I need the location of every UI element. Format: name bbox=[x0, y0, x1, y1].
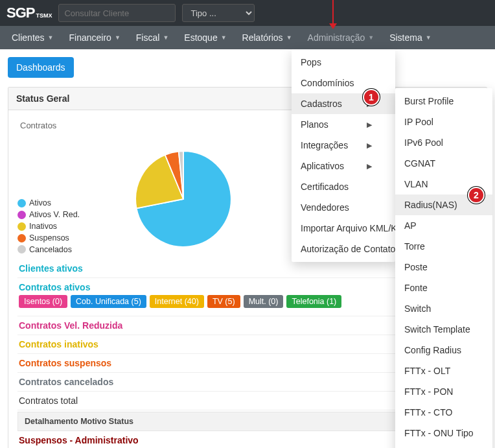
menu-fiscal[interactable]: Fiscal▼ bbox=[128, 26, 176, 49]
chevron-right-icon: ▶ bbox=[367, 121, 372, 129]
dashboards-button[interactable]: Dashboards bbox=[8, 57, 74, 78]
admin-item[interactable]: Autorização de Contato bbox=[292, 239, 395, 259]
chevron-right-icon: ▶ bbox=[367, 162, 372, 171]
admin-dropdown: PopsCondomíniosCadastros▶Planos▶Integraç… bbox=[292, 49, 395, 262]
cadastros-item[interactable]: CGNAT bbox=[395, 153, 492, 174]
cadastros-item[interactable]: FTTx - OLT bbox=[395, 360, 492, 381]
cadastros-item[interactable]: FTTx - ONU Template bbox=[395, 443, 492, 448]
menu-sistema[interactable]: Sistema▼ bbox=[382, 26, 439, 49]
caret-down-icon: ▼ bbox=[221, 34, 227, 41]
caret-down-icon: ▼ bbox=[368, 34, 374, 41]
legend-dot-icon bbox=[17, 245, 26, 253]
cadastros-item[interactable]: FTTx - PON bbox=[395, 381, 492, 402]
cadastros-item[interactable]: Config Radius bbox=[395, 340, 492, 360]
chevron-right-icon: ▶ bbox=[367, 141, 372, 150]
cadastros-item[interactable]: Burst Profile bbox=[395, 91, 492, 112]
filter-tag[interactable]: Internet (40) bbox=[150, 295, 204, 308]
callout-2: 2 bbox=[468, 187, 485, 204]
menu-relatórios[interactable]: Relatórios▼ bbox=[235, 26, 300, 49]
caret-down-icon: ▼ bbox=[115, 34, 121, 41]
filter-tag[interactable]: TV (5) bbox=[207, 295, 240, 308]
cadastros-item[interactable]: Torre bbox=[395, 236, 492, 257]
chart-legend: AtivosAtivos V. Red.InativosSuspensosCan… bbox=[17, 198, 80, 255]
admin-item[interactable]: Aplicativos▶ bbox=[292, 156, 395, 176]
admin-item[interactable]: Certificados bbox=[292, 176, 395, 197]
cadastros-item[interactable]: FTTx - ONU Tipo bbox=[395, 423, 492, 443]
legend-item: Inativos bbox=[17, 221, 80, 232]
logo-main: SGP bbox=[6, 5, 34, 21]
caret-down-icon: ▼ bbox=[286, 34, 292, 41]
admin-item[interactable]: Importar Arquivo KML/KMZ bbox=[292, 218, 395, 239]
menu-administração[interactable]: Administração▼ bbox=[300, 26, 382, 49]
legend-dot-icon bbox=[17, 211, 26, 219]
caret-down-icon: ▼ bbox=[426, 34, 432, 41]
tipo-select[interactable]: Tipo ... bbox=[182, 4, 255, 22]
cadastros-item[interactable]: IPv6 Pool bbox=[395, 132, 492, 153]
caret-down-icon: ▼ bbox=[48, 34, 54, 41]
menu-clientes[interactable]: Clientes▼ bbox=[4, 26, 62, 49]
cadastros-item[interactable]: AP bbox=[395, 215, 492, 236]
admin-item[interactable]: Integrações▶ bbox=[292, 135, 395, 156]
filter-tag[interactable]: Cob. Unificada (5) bbox=[71, 295, 146, 308]
topbar: SGP TSMX Tipo ... bbox=[0, 0, 495, 26]
cadastros-dropdown: Burst ProfileIP PoolIPv6 PoolCGNATVLANRa… bbox=[395, 88, 492, 448]
legend-item: Ativos V. Red. bbox=[17, 209, 80, 220]
legend-dot-icon bbox=[17, 234, 26, 242]
admin-item[interactable]: Planos▶ bbox=[292, 114, 395, 135]
admin-item[interactable]: Vendedores bbox=[292, 197, 395, 218]
legend-item: Suspensos bbox=[17, 233, 80, 244]
logo: SGP TSMX bbox=[6, 5, 52, 21]
cadastros-item[interactable]: Poste bbox=[395, 257, 492, 277]
annotation-arrow bbox=[329, 0, 337, 29]
logo-sub: TSMX bbox=[36, 12, 52, 19]
admin-item[interactable]: Pops bbox=[292, 52, 395, 73]
filter-tag[interactable]: Telefonia (1) bbox=[286, 295, 341, 308]
menu-financeiro[interactable]: Financeiro▼ bbox=[62, 26, 128, 49]
legend-dot-icon bbox=[17, 222, 26, 231]
menu-estoque[interactable]: Estoque▼ bbox=[176, 26, 234, 49]
cadastros-item[interactable]: Switch bbox=[395, 298, 492, 319]
legend-item: Cancelados bbox=[17, 244, 80, 255]
search-input[interactable] bbox=[58, 4, 176, 22]
legend-dot-icon bbox=[17, 199, 26, 207]
cadastros-item[interactable]: IP Pool bbox=[395, 112, 492, 132]
cadastros-item[interactable]: FTTx - CTO bbox=[395, 402, 492, 423]
legend-item: Ativos bbox=[17, 198, 80, 209]
caret-down-icon: ▼ bbox=[163, 34, 168, 41]
menubar: Clientes▼Financeiro▼Fiscal▼Estoque▼Relat… bbox=[0, 26, 495, 49]
callout-1: 1 bbox=[363, 89, 380, 106]
admin-item[interactable]: Cadastros▶ bbox=[292, 93, 395, 114]
cadastros-item[interactable]: Fonte bbox=[395, 277, 492, 298]
filter-tag[interactable]: Mult. (0) bbox=[244, 295, 284, 308]
filter-tag[interactable]: Isentos (0) bbox=[19, 295, 67, 308]
pie-chart bbox=[125, 141, 242, 259]
cadastros-item[interactable]: Switch Template bbox=[395, 319, 492, 340]
admin-item[interactable]: Condomínios bbox=[292, 73, 395, 93]
